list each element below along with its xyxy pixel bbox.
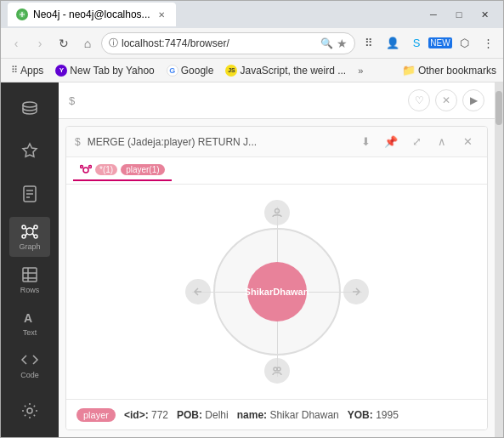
collapse-button[interactable]: ∧: [431, 131, 453, 153]
close-button[interactable]: ✕: [473, 6, 496, 23]
prop-name-key: name:: [237, 409, 270, 421]
search-icon: 🔍: [320, 37, 333, 49]
sector-top-icon[interactable]: [264, 200, 290, 225]
bookmarks-bar: ⠿ Apps Y New Tab by Yahoo G Google JS Ja…: [1, 59, 503, 82]
svg-point-23: [89, 165, 92, 168]
bottom-info-bar: player <id>: 772 POB: Delhi name: Shikar…: [66, 399, 487, 429]
graph-center-node[interactable]: Shikar Dhawan: [247, 262, 307, 321]
graph-visualization[interactable]: Shikar Dhawan: [66, 185, 487, 399]
prop-name-val: Shikar Dhawan: [269, 409, 338, 421]
query-input[interactable]: [82, 94, 408, 107]
minimize-button[interactable]: ─: [422, 6, 445, 23]
svg-line-11: [25, 228, 27, 230]
neo4j-sidebar: Graph Rows A Text Code: [1, 82, 59, 437]
result-actions: ⬇ 📌 ⤢ ∧ ✕: [354, 131, 479, 153]
profile-icon[interactable]: 👤: [382, 33, 403, 54]
prop-name: name: Shikar Dhawan: [237, 409, 339, 421]
forward-button[interactable]: ›: [30, 33, 50, 54]
run-query-button[interactable]: ▶: [462, 89, 484, 111]
apps-label: Apps: [20, 65, 43, 77]
bookmark-js[interactable]: JS JavaScript, the weird ...: [222, 63, 349, 78]
toolbar-icons: ⠿ 👤 S NEW ⬡ ⋮: [359, 33, 498, 54]
svg-line-14: [32, 233, 34, 236]
sector-bottom-icon[interactable]: [264, 358, 290, 384]
svg-point-22: [81, 165, 83, 168]
reload-button[interactable]: ↻: [54, 33, 74, 54]
yahoo-favicon: Y: [55, 65, 67, 77]
query-actions: ♡ ✕ ▶: [408, 89, 484, 111]
more-bookmarks-button[interactable]: »: [354, 64, 366, 77]
sidebar-text-icon[interactable]: A Text: [9, 303, 50, 342]
bookmark-yahoo[interactable]: Y New Tab by Yahoo: [52, 63, 157, 78]
js-label: JavaScript, the weird ...: [240, 65, 346, 77]
other-bookmarks-label: Other bookmarks: [418, 65, 496, 77]
vertical-scrollbar[interactable]: [495, 82, 503, 437]
sidebar-docs-icon[interactable]: [9, 174, 50, 213]
google-favicon: G: [167, 65, 178, 77]
graph-tab-badge1: *(1): [95, 164, 117, 175]
js-favicon: JS: [225, 65, 237, 77]
back-button[interactable]: ‹: [6, 33, 26, 54]
tab-close-button[interactable]: ✕: [156, 9, 167, 20]
sidebar-favorites-icon[interactable]: [9, 132, 50, 171]
prop-yob: YOB: 1995: [348, 409, 399, 421]
node-line1: Shikar: [245, 287, 274, 297]
pin-button[interactable]: 📌: [380, 131, 402, 153]
maximize-button[interactable]: □: [447, 6, 471, 23]
svg-point-7: [22, 225, 25, 229]
window-controls: ─ □ ✕: [422, 6, 496, 23]
yahoo-label: New Tab by Yahoo: [70, 65, 154, 77]
extension2-icon[interactable]: ⬡: [454, 33, 474, 54]
graph-tab-badge2: player(1): [121, 164, 164, 175]
prop-pob: POB: Delhi: [177, 409, 229, 421]
view-tabs: *(1) player(1): [66, 157, 487, 185]
apps-bookmark[interactable]: ⠿ Apps: [8, 63, 47, 78]
bookmark-star-icon[interactable]: ★: [337, 37, 348, 50]
sidebar-code-icon[interactable]: Code: [9, 345, 50, 384]
browser-window: Neo4j - neo4j@localhos... ✕ ─ □ ✕ ‹ › ↻ …: [0, 0, 504, 438]
sector-right-icon[interactable]: [343, 279, 369, 304]
browser-tab[interactable]: Neo4j - neo4j@localhos... ✕: [8, 3, 176, 26]
prop-id-val: 772: [151, 409, 168, 421]
result-panel: $ MERGE (Jadeja:player) RETURN J... ⬇ 📌 …: [65, 126, 488, 430]
result-header: $ MERGE (Jadeja:player) RETURN J... ⬇ 📌 …: [66, 127, 487, 157]
scrollbar-thumb[interactable]: [496, 91, 502, 125]
svg-text:A: A: [24, 311, 32, 325]
extensions-icon[interactable]: ⠿: [359, 33, 379, 54]
tab-graph[interactable]: *(1) player(1): [73, 161, 172, 181]
result-prompt: $: [75, 136, 81, 148]
expand-button[interactable]: ⤢: [405, 131, 428, 153]
skype-icon[interactable]: S: [406, 33, 427, 54]
svg-point-1: [23, 102, 37, 107]
sidebar-settings-icon[interactable]: [9, 391, 50, 430]
graph-label: Graph: [19, 242, 40, 251]
home-button[interactable]: ⌂: [77, 33, 98, 54]
title-bar: Neo4j - neo4j@localhos... ✕ ─ □ ✕: [1, 1, 503, 28]
navigation-toolbar: ‹ › ↻ ⌂ ⓘ localhost:7474/browser/ 🔍 ★ ⠿ …: [1, 28, 503, 59]
sidebar-rows-icon[interactable]: Rows: [9, 260, 50, 299]
favorite-query-button[interactable]: ♡: [408, 89, 430, 111]
new-badge-icon: NEW: [430, 33, 450, 54]
close-result-button[interactable]: ✕: [456, 131, 479, 153]
svg-point-20: [27, 408, 32, 413]
svg-rect-15: [23, 268, 37, 282]
bookmark-google[interactable]: G Google: [163, 63, 218, 78]
svg-point-21: [83, 168, 88, 173]
svg-point-10: [34, 235, 37, 238]
sidebar-database-icon[interactable]: [9, 89, 50, 128]
main-content: Graph Rows A Text Code $: [1, 82, 503, 437]
address-bar[interactable]: ⓘ localhost:7474/browser/ 🔍 ★: [101, 32, 355, 54]
lock-icon: ⓘ: [109, 37, 118, 49]
menu-button[interactable]: ⋮: [478, 33, 498, 54]
sidebar-graph-icon[interactable]: Graph: [9, 217, 50, 256]
sector-left-icon[interactable]: [185, 279, 211, 304]
other-bookmarks[interactable]: 📁 Other bookmarks: [402, 64, 496, 77]
svg-point-24: [275, 209, 279, 213]
graph-container: Shikar Dhawan: [192, 207, 362, 377]
query-input-area: $ ♡ ✕ ▶: [59, 82, 495, 119]
clear-query-button[interactable]: ✕: [435, 89, 457, 111]
content-area: $ ♡ ✕ ▶ $ MERGE (Jadeja:player) RETURN J…: [59, 82, 495, 437]
download-button[interactable]: ⬇: [354, 131, 377, 153]
text-label: Text: [23, 328, 37, 337]
svg-line-12: [32, 228, 34, 230]
